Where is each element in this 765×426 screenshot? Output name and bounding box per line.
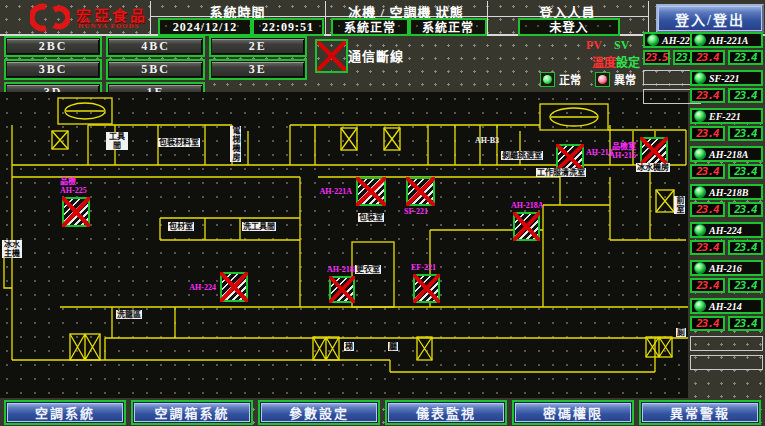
- equipment-status-AH-221A[interactable]: AH-221A: [690, 32, 763, 48]
- room-label: 電梯機房: [230, 126, 241, 162]
- room-label: AH-B3: [474, 136, 500, 145]
- unit-label-AH-216: 品檢室 AH-216: [588, 142, 636, 160]
- comm-offline-x-icon: [513, 212, 540, 241]
- unit-marker-SF-221[interactable]: [406, 177, 435, 206]
- equipment-name: AH-221A: [709, 35, 748, 46]
- room-label: 前室: [674, 196, 685, 214]
- equipment-name: AH-224: [709, 225, 742, 236]
- room-label: 包裝室: [358, 213, 384, 222]
- bottom-nav: 空調系統 空調箱系統 參數設定 儀表監視 密碼權限 異常警報: [0, 399, 765, 426]
- unit-label-AH-218A: AH-218A: [511, 201, 543, 210]
- equipment-name: AH-218A: [709, 149, 748, 160]
- unit-label-AH-221A: AH-221A: [304, 187, 352, 196]
- room-label: 更衣室: [355, 265, 381, 274]
- unit-marker-EF-221[interactable]: [413, 274, 440, 303]
- nav-meter-monitoring[interactable]: 儀表監視: [387, 402, 505, 423]
- status-led-icon: [694, 300, 706, 312]
- nav-ahu-system[interactable]: 空調箱系統: [133, 402, 251, 423]
- comm-offline-x-icon: [640, 137, 668, 165]
- equipment-status-SF-221[interactable]: SF-221: [690, 70, 763, 86]
- comm-offline-x-icon: [413, 274, 440, 303]
- unit-marker-AH-221A[interactable]: [356, 177, 386, 206]
- equipment-name: AH-216: [709, 263, 742, 274]
- unit-marker-AH-224[interactable]: [220, 272, 248, 302]
- comm-offline-x-icon: [406, 177, 435, 206]
- status-led-icon: [694, 262, 706, 274]
- room-label: 剝離挑選室: [501, 151, 543, 160]
- room-label: 包材室: [168, 222, 194, 231]
- comm-offline-x-icon: [329, 276, 355, 303]
- comm-offline-x-icon: [556, 144, 584, 171]
- status-led-icon: [694, 72, 706, 84]
- equipment-name: AH-214: [709, 301, 742, 312]
- room-label: 冰水主機: [2, 240, 22, 258]
- status-led-icon: [694, 148, 706, 160]
- comm-offline-x-icon: [356, 177, 386, 206]
- unit-marker-AH-218A[interactable]: [513, 212, 540, 241]
- status-led-icon: [694, 34, 706, 46]
- unit-label-EF-221: EF-221: [411, 263, 436, 272]
- nav-password-rights[interactable]: 密碼權限: [514, 402, 632, 423]
- unit-marker-AH-225[interactable]: [62, 197, 90, 227]
- room-label: 工具間: [106, 132, 128, 150]
- nav-parameter-settings[interactable]: 參數設定: [260, 402, 378, 423]
- room-label: 包裝材料室: [158, 138, 200, 147]
- equipment-name: EF-221: [709, 111, 741, 122]
- status-led-icon: [647, 34, 659, 46]
- equipment-status-AH-224[interactable]: AH-224: [690, 222, 763, 238]
- equipment-status-AH-218B[interactable]: AH-218B: [690, 184, 763, 200]
- equipment-name: AH-218B: [709, 187, 748, 198]
- room-label: 廁: [676, 328, 686, 337]
- nav-ac-system[interactable]: 空調系統: [6, 402, 124, 423]
- unit-label-AH-225: 品檢 AH-225: [60, 177, 87, 195]
- comm-offline-x-icon: [62, 197, 90, 227]
- status-led-icon: [694, 186, 706, 198]
- scada-app: 宏亞食品 HUNYA FOODS 系統時間 2024/12/12 22:09:5…: [0, 0, 765, 426]
- unit-marker-AH-214[interactable]: [556, 144, 584, 171]
- floorplan-overlay: 品檢 AH-225AH-221ASF-221AH-214品檢室 AH-216AH…: [0, 0, 765, 426]
- room-label: 洗籠區: [116, 310, 142, 319]
- equipment-status-EF-221[interactable]: EF-221: [690, 108, 763, 124]
- unit-label-AH-224: AH-224: [168, 283, 216, 292]
- equipment-name: SF-221: [709, 73, 740, 84]
- nav-alarm[interactable]: 異常警報: [641, 402, 759, 423]
- room-label: 廳: [388, 342, 398, 351]
- unit-label-SF-221: SF-221: [404, 207, 428, 216]
- equipment-status-AH-216[interactable]: AH-216: [690, 260, 763, 276]
- room-label: 冰水機房: [636, 163, 670, 172]
- room-label: 工作服清洗室: [536, 168, 586, 177]
- unit-marker-AH-218B[interactable]: [329, 276, 355, 303]
- room-label: 洗工具間: [242, 222, 276, 231]
- equipment-status-AH-218A[interactable]: AH-218A: [690, 146, 763, 162]
- room-label: 梯: [344, 342, 354, 351]
- status-led-icon: [694, 110, 706, 122]
- status-led-icon: [694, 224, 706, 236]
- equipment-status-AH-214[interactable]: AH-214: [690, 298, 763, 314]
- comm-offline-x-icon: [220, 272, 248, 302]
- unit-marker-AH-216[interactable]: [640, 137, 668, 165]
